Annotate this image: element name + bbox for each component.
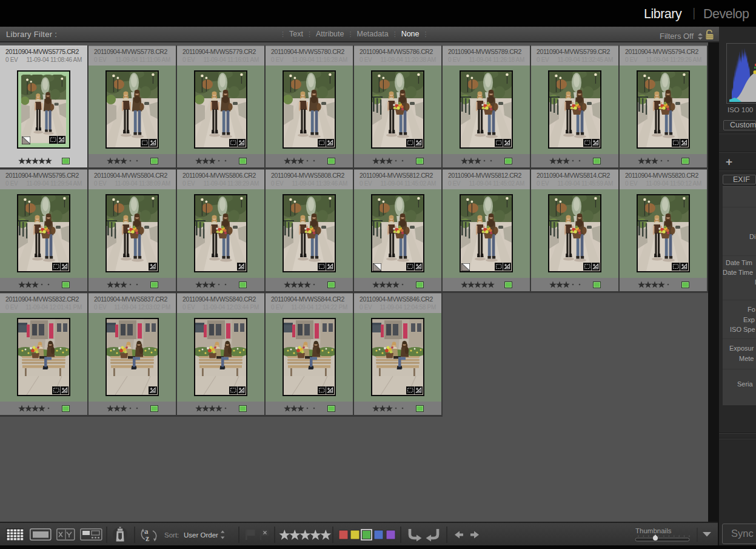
svg-text:Sort:: Sort: <box>164 531 179 539</box>
svg-text:User Order: User Order <box>184 531 218 539</box>
svg-text:Thumbnails: Thumbnails <box>635 527 672 534</box>
svg-text:z: z <box>146 534 149 543</box>
